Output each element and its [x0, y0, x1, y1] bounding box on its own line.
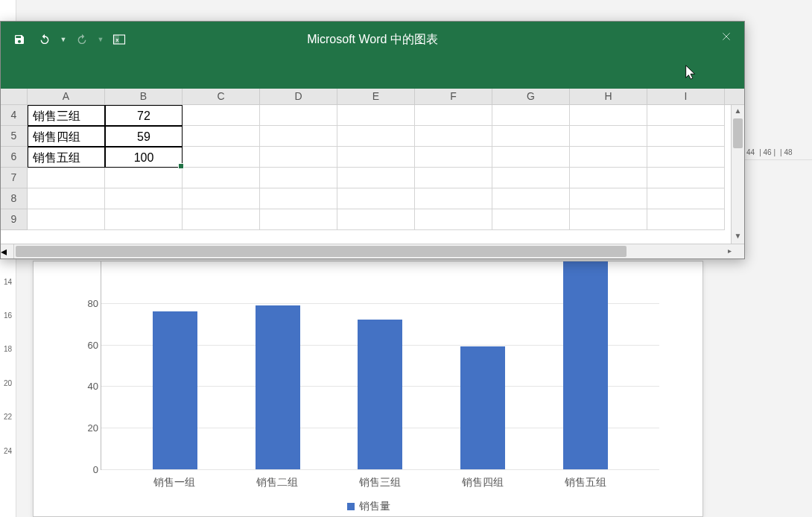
cell[interactable] [415, 188, 492, 209]
cell[interactable] [492, 147, 570, 168]
horizontal-scroll-thumb[interactable] [16, 246, 627, 257]
cell[interactable] [492, 105, 570, 126]
cell[interactable] [260, 168, 337, 188]
chart-bar[interactable] [563, 261, 608, 469]
cell[interactable] [570, 168, 647, 188]
cell[interactable] [415, 209, 492, 230]
row-header[interactable]: 8 [1, 188, 28, 209]
column-header[interactable]: C [183, 89, 260, 104]
cell[interactable] [415, 147, 492, 168]
cell[interactable]: 销售五组 [28, 147, 105, 168]
cell[interactable] [492, 126, 570, 147]
cell[interactable] [570, 188, 647, 209]
cell[interactable] [647, 209, 725, 230]
cell[interactable] [105, 209, 183, 230]
column-header[interactable]: E [337, 89, 415, 104]
cell[interactable] [492, 209, 570, 230]
cell[interactable] [570, 147, 647, 168]
chart-x-axis-labels: 销售一组销售二组销售三组销售四组销售五组 [78, 470, 659, 489]
cell[interactable] [260, 105, 337, 126]
cell[interactable] [647, 126, 725, 147]
redo-dropdown[interactable]: ▼ [96, 29, 105, 50]
chart-bar[interactable] [256, 305, 300, 469]
cell[interactable] [183, 126, 260, 147]
chart-legend: 销售量 [78, 500, 659, 513]
scroll-right-button[interactable]: ▸ [714, 244, 744, 258]
cell[interactable]: 100 [105, 147, 183, 168]
chart-bar[interactable] [153, 311, 197, 469]
scroll-up-button[interactable]: ▲ [732, 105, 744, 118]
cell[interactable] [28, 188, 105, 209]
vertical-scroll-thumb[interactable] [733, 118, 743, 148]
column-header[interactable]: B [105, 89, 183, 104]
column-header[interactable]: F [415, 89, 492, 104]
cell[interactable] [105, 168, 183, 188]
cell[interactable] [647, 188, 725, 209]
save-button[interactable] [8, 29, 31, 50]
cell[interactable]: 销售三组 [28, 105, 105, 126]
cell[interactable]: 销售四组 [28, 126, 105, 147]
cell[interactable] [337, 147, 415, 168]
cell[interactable] [647, 147, 725, 168]
horizontal-scrollbar[interactable] [14, 244, 714, 258]
row-header[interactable]: 9 [1, 209, 28, 230]
cell[interactable] [183, 147, 260, 168]
legend-swatch [347, 503, 355, 510]
cell[interactable]: 59 [105, 126, 183, 147]
chart-plot-area: 020406080 [101, 261, 659, 470]
cell[interactable] [183, 209, 260, 230]
undo-button[interactable] [34, 29, 56, 50]
select-all-corner[interactable] [1, 89, 28, 104]
column-header[interactable]: G [492, 89, 570, 104]
cell[interactable] [492, 188, 570, 209]
chart-bar[interactable] [358, 320, 402, 469]
edit-in-excel-button[interactable]: x [108, 29, 130, 50]
cell[interactable] [183, 168, 260, 188]
vertical-scrollbar[interactable]: ▲ ▼ [731, 105, 744, 244]
close-icon [721, 31, 732, 42]
cell[interactable] [260, 126, 337, 147]
cell[interactable] [260, 209, 337, 230]
column-header[interactable]: I [647, 89, 725, 104]
cell[interactable] [337, 188, 415, 209]
cell[interactable]: 72 [105, 105, 183, 126]
undo-dropdown[interactable]: ▼ [59, 29, 68, 50]
column-header[interactable]: D [260, 89, 337, 104]
cell[interactable] [183, 188, 260, 209]
row-header[interactable]: 7 [1, 168, 28, 188]
scroll-down-button[interactable]: ▼ [732, 230, 744, 244]
cell[interactable] [337, 105, 415, 126]
cell[interactable] [260, 147, 337, 168]
document-page: 020406080 销售一组销售二组销售三组销售四组销售五组 销售量 [33, 261, 703, 517]
cell[interactable] [28, 168, 105, 188]
spreadsheet-grid[interactable]: 4销售三组725销售四组596销售五组100789 [1, 105, 731, 244]
cell[interactable] [260, 188, 337, 209]
sheet-tab-scroll-left[interactable]: ◂ [1, 244, 14, 258]
cell[interactable] [337, 168, 415, 188]
row-header[interactable]: 4 [1, 105, 28, 126]
x-axis-label: 销售四组 [462, 476, 504, 489]
cell[interactable] [647, 105, 725, 126]
cell[interactable] [28, 209, 105, 230]
cell[interactable] [570, 126, 647, 147]
cell[interactable] [647, 168, 725, 188]
row-header[interactable]: 6 [1, 147, 28, 168]
cell[interactable] [337, 126, 415, 147]
cell[interactable] [415, 126, 492, 147]
close-button[interactable] [708, 22, 744, 51]
cell[interactable] [570, 209, 647, 230]
cell[interactable] [337, 209, 415, 230]
column-header[interactable]: A [28, 89, 105, 104]
cell[interactable] [183, 105, 260, 126]
redo-button[interactable] [71, 29, 93, 50]
cell[interactable] [415, 105, 492, 126]
row-header[interactable]: 5 [1, 126, 28, 147]
chart-bar[interactable] [460, 346, 505, 469]
embedded-chart[interactable]: 020406080 销售一组销售二组销售三组销售四组销售五组 销售量 [78, 261, 659, 513]
column-header[interactable]: H [570, 89, 647, 104]
table-row: 7 [1, 168, 731, 188]
cell[interactable] [570, 105, 647, 126]
cell[interactable] [105, 188, 183, 209]
cell[interactable] [492, 168, 570, 188]
cell[interactable] [415, 168, 492, 188]
